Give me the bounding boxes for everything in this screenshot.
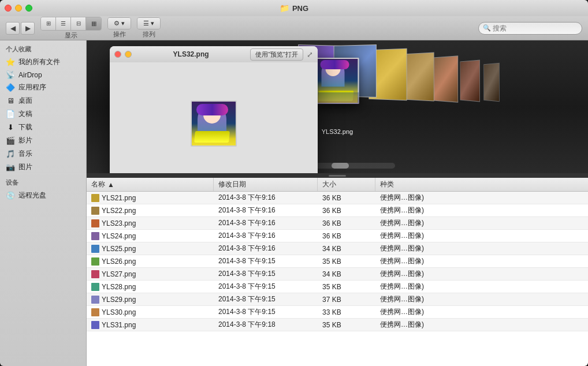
list-body: YLS21.png 2014-3-8 下午9:16 36 KB 便携网…图像) … bbox=[87, 192, 588, 366]
list-row[interactable]: YLS26.png 2014-3-8 下午9:15 35 KB 便携网…图像) bbox=[87, 255, 588, 268]
sidebar: 个人收藏 ⭐ 我的所有文件 📡 AirDrop 🔷 应用程序 🖥 桌面 📄 文稿 bbox=[0, 40, 87, 366]
list-row[interactable]: YLS28.png 2014-3-8 下午9:15 35 KB 便携网…图像) bbox=[87, 281, 588, 293]
movies-icon: 🎬 bbox=[6, 136, 15, 145]
main-content: 个人收藏 ⭐ 我的所有文件 📡 AirDrop 🔷 应用程序 🖥 桌面 📄 文稿 bbox=[0, 40, 588, 366]
forward-button[interactable]: ▶ bbox=[21, 22, 35, 35]
cf-item-right-5[interactable] bbox=[460, 60, 479, 102]
quicklook-open-button[interactable]: 使用"预览"打开 bbox=[250, 48, 303, 61]
sidebar-item-documents[interactable]: 📄 文稿 bbox=[0, 107, 86, 121]
quicklook-title: YLS32.png bbox=[173, 50, 209, 58]
airdrop-icon: 📡 bbox=[6, 70, 15, 79]
all-files-icon: ⭐ bbox=[6, 58, 15, 66]
ql-close-button[interactable] bbox=[114, 51, 121, 58]
applications-label: 应用程序 bbox=[18, 83, 46, 92]
cf-center-label: YLS32.png bbox=[316, 128, 359, 135]
sidebar-item-downloads[interactable]: ⬇ 下载 bbox=[0, 121, 86, 134]
coverflow-scrollbar-thumb bbox=[332, 163, 349, 169]
display-label: 显示 bbox=[65, 31, 77, 40]
sidebar-item-music[interactable]: 🎵 音乐 bbox=[0, 147, 86, 160]
col-type-label: 种类 bbox=[380, 180, 394, 189]
pictures-label: 图片 bbox=[18, 162, 32, 172]
folder-icon: 📁 bbox=[280, 3, 289, 13]
devices-section-label: 设备 bbox=[0, 174, 86, 189]
list-row[interactable]: YLS29.png 2014-3-8 下午9:15 37 KB 便携网…图像) bbox=[87, 293, 588, 306]
nav-buttons: ◀ ▶ bbox=[6, 22, 35, 35]
quicklook-expand-icon[interactable]: ⤢ bbox=[307, 50, 313, 59]
list-row[interactable]: YLS23.png 2014-3-8 下午9:16 36 KB 便携网…图像) bbox=[87, 217, 588, 230]
quicklook-overlay: YLS32.png 使用"预览"打开 ⤢ bbox=[110, 46, 318, 173]
back-button[interactable]: ◀ bbox=[6, 22, 20, 35]
sidebar-item-applications[interactable]: 🔷 应用程序 bbox=[0, 81, 86, 94]
list-row[interactable]: YLS25.png 2014-3-8 下午9:16 34 KB 便携网…图像) bbox=[87, 242, 588, 255]
coverflow-area: YLS32.png 使用"预览"打开 ⤢ bbox=[87, 40, 588, 173]
remote-disc-label: 远程光盘 bbox=[18, 191, 46, 200]
airdrop-label: AirDrop bbox=[18, 71, 42, 79]
gear-button[interactable]: ⚙ ▾ bbox=[108, 18, 131, 29]
operate-group: ⚙ ▾ 操作 bbox=[107, 17, 131, 39]
list-header: 名称 ▲ 修改日期 大小 种类 bbox=[87, 178, 588, 192]
list-row[interactable]: YLS22.png 2014-3-8 下午9:16 36 KB 便携网…图像) bbox=[87, 204, 588, 217]
downloads-icon: ⬇ bbox=[6, 123, 15, 132]
view-list-btn[interactable]: ☰ bbox=[56, 17, 71, 30]
sort-label: 排列 bbox=[143, 30, 155, 39]
cf-center-item[interactable]: YLS32.png bbox=[316, 58, 359, 135]
operate-label: 操作 bbox=[113, 30, 126, 39]
cf-item-right-3[interactable] bbox=[402, 52, 434, 101]
desktop-icon: 🖥 bbox=[6, 96, 15, 105]
quicklook-titlebar: YLS32.png 使用"预览"打开 ⤢ bbox=[110, 46, 318, 62]
sort-group: ☰ ▾ 排列 bbox=[137, 17, 161, 39]
view-buttons: ⊞ ☰ ⊟ ▦ bbox=[40, 17, 102, 31]
view-column-btn[interactable]: ⊟ bbox=[71, 17, 86, 30]
sort-asc-icon: ▲ bbox=[107, 181, 114, 189]
sidebar-item-movies[interactable]: 🎬 影片 bbox=[0, 134, 86, 147]
cf-item-far-right-1[interactable] bbox=[483, 63, 500, 102]
list-row[interactable]: YLS27.png 2014-3-8 下午9:15 34 KB 便携网…图像) bbox=[87, 268, 588, 281]
col-date-label: 修改日期 bbox=[218, 180, 246, 189]
sidebar-item-remote-disc[interactable]: 💿 远程光盘 bbox=[0, 189, 86, 202]
ql-add-button[interactable] bbox=[125, 51, 132, 58]
list-row[interactable]: YLS21.png 2014-3-8 下午9:16 36 KB 便携网…图像) bbox=[87, 192, 588, 204]
view-group: ⊞ ☰ ⊟ ▦ 显示 bbox=[40, 17, 102, 40]
pane-divider[interactable] bbox=[87, 173, 588, 178]
operate-btn-group: ⚙ ▾ bbox=[107, 17, 131, 29]
minimize-button[interactable] bbox=[15, 5, 22, 12]
quicklook-controls bbox=[114, 51, 132, 58]
col-header-type[interactable]: 种类 bbox=[375, 178, 588, 191]
sidebar-item-airdrop[interactable]: 📡 AirDrop bbox=[0, 69, 86, 81]
window-title: PNG bbox=[292, 4, 308, 13]
documents-icon: 📄 bbox=[6, 110, 15, 118]
view-icon-btn[interactable]: ⊞ bbox=[41, 17, 56, 30]
traffic-lights bbox=[5, 5, 32, 12]
toolbar: ◀ ▶ ⊞ ☰ ⊟ ▦ 显示 ⚙ ▾ 操作 ☰ ▾ 排列 � bbox=[0, 16, 588, 40]
divider-handle bbox=[329, 175, 346, 177]
search-input[interactable] bbox=[478, 22, 582, 35]
sidebar-item-pictures[interactable]: 📷 图片 bbox=[0, 160, 86, 174]
list-row[interactable]: YLS24.png 2014-3-8 下午9:16 36 KB 便携网…图像) bbox=[87, 230, 588, 242]
music-icon: 🎵 bbox=[6, 150, 15, 158]
sort-btn-group: ☰ ▾ bbox=[137, 17, 161, 29]
col-header-name[interactable]: 名称 ▲ bbox=[87, 178, 214, 191]
applications-icon: 🔷 bbox=[6, 83, 15, 92]
sidebar-item-all-files[interactable]: ⭐ 我的所有文件 bbox=[0, 55, 86, 69]
col-name-label: 名称 bbox=[91, 180, 105, 189]
personal-section-label: 个人收藏 bbox=[0, 40, 86, 55]
sidebar-item-desktop[interactable]: 🖥 桌面 bbox=[0, 94, 86, 107]
maximize-button[interactable] bbox=[25, 5, 32, 12]
quicklook-image bbox=[191, 100, 237, 147]
right-pane: YLS32.png 使用"预览"打开 ⤢ bbox=[87, 40, 588, 366]
list-row[interactable]: YLS31.png 2014-3-8 下午9:18 35 KB 便携网…图像) bbox=[87, 319, 588, 331]
list-row[interactable]: YLS30.png 2014-3-8 下午9:15 33 KB 便携网…图像) bbox=[87, 306, 588, 319]
close-button[interactable] bbox=[5, 5, 12, 12]
desktop-label: 桌面 bbox=[18, 96, 32, 106]
music-label: 音乐 bbox=[18, 149, 32, 159]
documents-label: 文稿 bbox=[18, 109, 32, 119]
movies-label: 影片 bbox=[18, 136, 32, 145]
list-area: 名称 ▲ 修改日期 大小 种类 YLS21.png bbox=[87, 178, 588, 366]
cf-item-right-4[interactable] bbox=[433, 55, 459, 102]
view-coverflow-btn[interactable]: ▦ bbox=[86, 17, 101, 30]
quicklook-body bbox=[110, 62, 318, 173]
col-header-size[interactable]: 大小 bbox=[318, 178, 375, 191]
col-header-date[interactable]: 修改日期 bbox=[214, 178, 318, 191]
sort-button[interactable]: ☰ ▾ bbox=[137, 18, 160, 29]
search-wrapper: 🔍 bbox=[478, 22, 582, 35]
